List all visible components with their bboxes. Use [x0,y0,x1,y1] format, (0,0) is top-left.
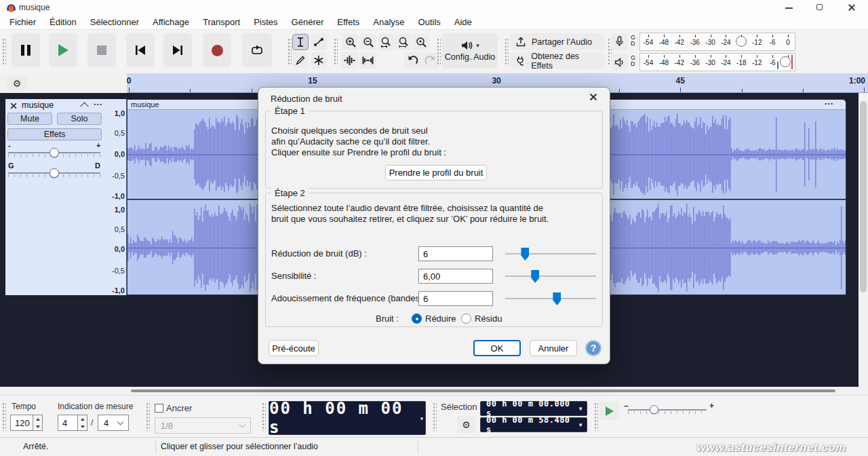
draw-tool-button[interactable] [292,52,309,69]
transport-toolbar-grip[interactable] [2,38,6,65]
snap-checkbox[interactable] [155,404,163,413]
caret-down-icon[interactable]: ▼ [579,406,583,412]
menu-item-10[interactable]: Aide [450,16,476,28]
multi-tool-button[interactable] [311,52,327,69]
playback-meter-scale[interactable]: -54-48-42-36-30-24-18-12-60 [639,53,795,71]
play-at-speed-button[interactable] [599,402,619,420]
nr-thumb-0[interactable] [521,248,529,261]
pan-slider-thumb[interactable] [50,168,59,178]
vertical-scrollbar[interactable] [859,93,868,387]
noise-reduction-db-slider[interactable] [505,253,596,254]
menu-item-5[interactable]: Pistes [250,16,281,28]
mute-button[interactable]: Mute [7,113,52,125]
record-button[interactable] [203,33,231,67]
noise-radio-0[interactable] [412,314,422,324]
edit-toolbar-grip[interactable] [334,38,338,65]
menu-item-1[interactable]: Édition [45,16,81,28]
playback-speed-slider[interactable] [628,409,707,411]
noise-reduction-db-field[interactable]: 6 [418,246,493,261]
help-button[interactable]: ? [585,340,601,356]
frequency-smoothing-slider[interactable] [505,298,596,299]
loop-button[interactable] [242,33,272,67]
snapping-grip[interactable] [146,402,150,431]
share-toolbar-grip[interactable] [505,38,509,65]
frequency-smoothing-field[interactable]: 6 [418,291,493,306]
playback-meter[interactable]: GD -54-48-42-36-30-24-18-12-60 [611,52,798,72]
selection-end-display[interactable]: 00 h 00 m 58.480 s ▼ [480,417,587,432]
noise-radio-1[interactable] [461,314,471,324]
menu-item-3[interactable]: Affichage [149,16,193,28]
menu-item-2[interactable]: Sélectionner [86,16,143,28]
record-meter[interactable]: GD -54-48-42-36-30-24-18-12-60 [611,32,798,52]
time-display[interactable]: 00 h 00 m 00 s ▾ [269,401,426,435]
caret-down-icon[interactable]: ▼ [579,422,583,428]
play-at-speed-grip[interactable] [594,402,598,431]
track-name[interactable]: musique [22,100,54,110]
share-audio-button[interactable]: Partager l’Audio [510,33,605,50]
menu-item-0[interactable]: Fichier [5,16,40,28]
selection-toolbar-grip[interactable] [433,402,437,431]
time-signature-lower-combo[interactable]: 4 [98,415,129,431]
time-signature-grip[interactable] [2,402,6,431]
trim-audio-button[interactable] [341,52,358,69]
sensitivity-slider[interactable] [505,276,596,277]
zoom-selection-button[interactable] [378,34,394,50]
time-toolbar-grip[interactable] [262,402,266,431]
cancel-button[interactable]: Annuler [530,340,577,356]
time-signature-spinner[interactable] [78,415,87,431]
nr-thumb-1[interactable] [531,270,539,283]
zoom-in-button[interactable] [342,34,359,50]
audio-setup-grip[interactable] [437,38,441,65]
record-meter-scale[interactable]: -54-48-42-36-30-24-18-12-60 [639,33,795,51]
skip-start-button[interactable] [126,33,155,67]
playback-volume-slider-thumb[interactable] [780,56,791,67]
track-collapse-button[interactable] [81,102,87,109]
track-menu-button[interactable]: ··· [94,99,102,109]
window-maximize-button[interactable] [808,0,831,15]
selection-start-display[interactable]: 00 h 00 m 00.000 s ▼ [480,401,587,416]
zoom-fit-button[interactable] [395,34,412,50]
menu-item-8[interactable]: Analyse [369,16,408,28]
undo-button[interactable] [404,52,421,69]
sensitivity-field[interactable]: 6,00 [418,269,493,284]
selection-options-button[interactable]: ⚙ [457,416,475,433]
clip-menu-button[interactable]: ··· [825,99,833,109]
time-format-caret-icon[interactable]: ▾ [420,415,425,422]
silence-audio-button[interactable] [359,52,376,69]
get-noise-profile-button[interactable]: Prendre le profil du bruit [385,165,487,180]
stop-button[interactable] [87,33,116,67]
menu-item-6[interactable]: Générer [288,16,328,28]
time-signature-upper-field[interactable]: 4 [58,415,78,431]
audio-setup-button[interactable]: ▾ Config. Audio [442,33,498,69]
gain-slider-thumb[interactable] [50,148,59,157]
tempo-spinner[interactable] [33,415,43,431]
effects-button[interactable]: Effets [7,128,102,140]
playback-speed-thumb[interactable] [650,405,658,414]
menu-item-9[interactable]: Outils [414,16,445,28]
nr-thumb-2[interactable] [553,292,561,305]
get-effects-button[interactable]: Obtenez des Effets [510,52,605,69]
window-close-button[interactable] [840,0,863,15]
pause-button[interactable] [12,33,40,67]
snap-combo[interactable]: 1/8 [155,417,251,434]
menu-item-7[interactable]: Effets [333,16,363,28]
tools-toolbar-grip[interactable] [288,38,292,65]
horizontal-scrollbar[interactable] [0,387,868,395]
track-close-button[interactable] [10,102,18,110]
window-minimize-button[interactable] [777,0,800,15]
record-meter-mic-button[interactable] [611,33,628,50]
tempo-field[interactable]: 120 [10,415,33,431]
skip-end-button[interactable] [163,33,192,67]
solo-button[interactable]: Solo [57,113,102,125]
preview-button[interactable]: Pré-écoute [269,340,319,356]
envelope-tool-button[interactable] [311,34,327,50]
timeline-options-button[interactable]: ⚙ [7,76,27,90]
menu-item-4[interactable]: Transport [199,16,244,28]
vertical-scrollbar-thumb[interactable] [860,101,867,292]
zoom-toggle-button[interactable] [413,34,429,50]
play-button[interactable] [49,33,77,67]
horizontal-scrollbar-thumb[interactable] [131,390,835,392]
playback-meter-speaker-button[interactable] [611,54,628,71]
zoom-out-button[interactable] [360,34,376,50]
dialog-close-button[interactable] [589,93,603,104]
